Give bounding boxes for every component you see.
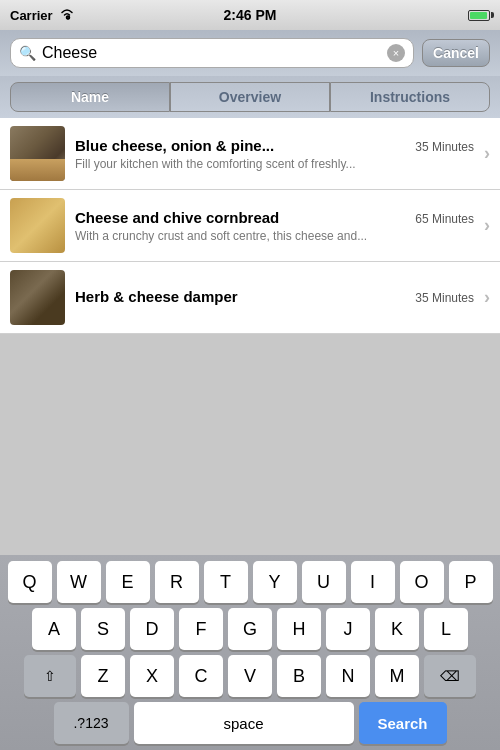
numbers-button[interactable]: .?123: [54, 702, 129, 744]
key-Y[interactable]: Y: [253, 561, 297, 603]
result-desc-blue-cheese: Fill your kitchen with the comforting sc…: [75, 157, 474, 171]
status-time: 2:46 PM: [224, 7, 277, 23]
status-bar: Carrier 2:46 PM: [0, 0, 500, 30]
result-content-cornbread: Cheese and chive cornbread 65 Minutes Wi…: [75, 209, 474, 243]
cancel-button[interactable]: Cancel: [422, 39, 490, 67]
key-R[interactable]: R: [155, 561, 199, 603]
keyboard-row-1: Q W E R T Y U I O P: [3, 561, 497, 603]
keyboard: Q W E R T Y U I O P A S D F G H J K L ⇧ …: [0, 555, 500, 750]
keyboard-row-3: ⇧ Z X C V B N M ⌫: [3, 655, 497, 697]
status-right: [468, 10, 490, 21]
key-Q[interactable]: Q: [8, 561, 52, 603]
key-F[interactable]: F: [179, 608, 223, 650]
result-header-herb-damper: Herb & cheese damper 35 Minutes: [75, 288, 474, 305]
result-item-cornbread[interactable]: Cheese and chive cornbread 65 Minutes Wi…: [0, 190, 500, 262]
key-D[interactable]: D: [130, 608, 174, 650]
search-field[interactable]: Cheese: [42, 44, 381, 62]
key-U[interactable]: U: [302, 561, 346, 603]
result-content-blue-cheese: Blue cheese, onion & pine... 35 Minutes …: [75, 137, 474, 171]
result-header-blue-cheese: Blue cheese, onion & pine... 35 Minutes: [75, 137, 474, 154]
thumb-image-blue-cheese: [10, 126, 65, 181]
key-P[interactable]: P: [449, 561, 493, 603]
key-M[interactable]: M: [375, 655, 419, 697]
key-B[interactable]: B: [277, 655, 321, 697]
key-X[interactable]: X: [130, 655, 174, 697]
search-magnify-icon: 🔍: [19, 45, 36, 61]
search-input-wrap[interactable]: 🔍 Cheese ×: [10, 38, 414, 68]
tab-instructions[interactable]: Instructions: [330, 82, 490, 112]
keyboard-row-2: A S D F G H J K L: [3, 608, 497, 650]
result-time-herb-damper: 35 Minutes: [415, 291, 474, 305]
key-G[interactable]: G: [228, 608, 272, 650]
key-J[interactable]: J: [326, 608, 370, 650]
tab-overview[interactable]: Overview: [170, 82, 330, 112]
result-time-cornbread: 65 Minutes: [415, 212, 474, 226]
wifi-icon: [59, 8, 75, 23]
result-time-blue-cheese: 35 Minutes: [415, 140, 474, 154]
status-left: Carrier: [10, 8, 75, 23]
carrier-label: Carrier: [10, 8, 53, 23]
clear-icon: ×: [393, 47, 399, 59]
battery-icon: [468, 10, 490, 21]
result-item-blue-cheese[interactable]: Blue cheese, onion & pine... 35 Minutes …: [0, 118, 500, 190]
key-N[interactable]: N: [326, 655, 370, 697]
backspace-button[interactable]: ⌫: [424, 655, 476, 697]
key-L[interactable]: L: [424, 608, 468, 650]
segmented-control: Name Overview Instructions: [0, 76, 500, 118]
shift-button[interactable]: ⇧: [24, 655, 76, 697]
result-title-blue-cheese: Blue cheese, onion & pine...: [75, 137, 274, 154]
thumb-image-herb-damper: [10, 270, 65, 325]
search-button[interactable]: Search: [359, 702, 447, 744]
result-thumb-blue-cheese: [10, 126, 65, 181]
clear-button[interactable]: ×: [387, 44, 405, 62]
thumb-image-cornbread: [10, 198, 65, 253]
chevron-right-icon-blue-cheese: ›: [484, 143, 490, 164]
chevron-right-icon-cornbread: ›: [484, 215, 490, 236]
key-E[interactable]: E: [106, 561, 150, 603]
key-I[interactable]: I: [351, 561, 395, 603]
battery-fill: [470, 12, 487, 19]
key-W[interactable]: W: [57, 561, 101, 603]
key-S[interactable]: S: [81, 608, 125, 650]
key-H[interactable]: H: [277, 608, 321, 650]
key-K[interactable]: K: [375, 608, 419, 650]
chevron-right-icon-herb-damper: ›: [484, 287, 490, 308]
key-T[interactable]: T: [204, 561, 248, 603]
keyboard-bottom-row: .?123 space Search: [3, 702, 497, 744]
result-title-herb-damper: Herb & cheese damper: [75, 288, 238, 305]
key-V[interactable]: V: [228, 655, 272, 697]
result-item-herb-damper[interactable]: Herb & cheese damper 35 Minutes ›: [0, 262, 500, 334]
key-A[interactable]: A: [32, 608, 76, 650]
tab-name[interactable]: Name: [10, 82, 170, 112]
key-O[interactable]: O: [400, 561, 444, 603]
result-desc-cornbread: With a crunchy crust and soft centre, th…: [75, 229, 474, 243]
key-Z[interactable]: Z: [81, 655, 125, 697]
result-thumb-cornbread: [10, 198, 65, 253]
result-title-cornbread: Cheese and chive cornbread: [75, 209, 279, 226]
results-list: Blue cheese, onion & pine... 35 Minutes …: [0, 118, 500, 334]
key-C[interactable]: C: [179, 655, 223, 697]
search-bar: 🔍 Cheese × Cancel: [0, 30, 500, 76]
space-button[interactable]: space: [134, 702, 354, 744]
result-header-cornbread: Cheese and chive cornbread 65 Minutes: [75, 209, 474, 226]
result-thumb-herb-damper: [10, 270, 65, 325]
result-content-herb-damper: Herb & cheese damper 35 Minutes: [75, 288, 474, 308]
